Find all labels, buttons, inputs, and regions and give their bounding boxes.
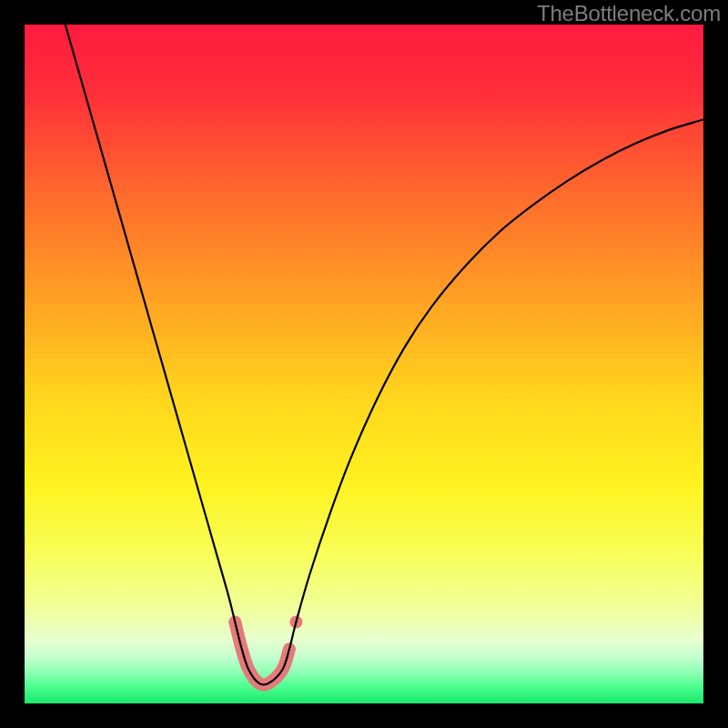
bottleneck-chart xyxy=(0,0,728,728)
watermark-text: TheBottleneck.com xyxy=(537,1,721,26)
chart-frame xyxy=(0,0,728,728)
plot-background-gradient xyxy=(25,25,703,703)
